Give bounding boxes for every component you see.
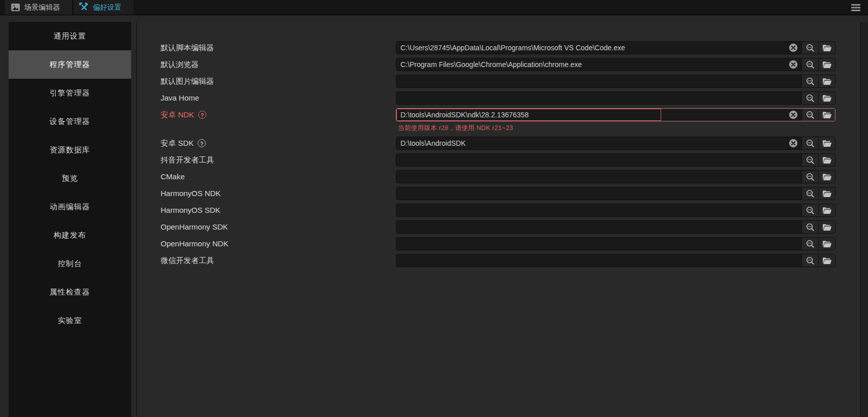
preferences-window: 通用设置程序管理器引擎管理器设备管理器资源数据库预览动画编辑器构建发布控制台属性… xyxy=(0,16,868,417)
path-input[interactable]: C:\Users\28745\AppData\Local\Programs\Mi… xyxy=(396,42,801,54)
locate-button[interactable] xyxy=(801,154,818,166)
path-input[interactable] xyxy=(396,254,801,267)
field-label: Java Home xyxy=(161,91,199,105)
locate-button[interactable] xyxy=(801,254,818,267)
locate-button[interactable] xyxy=(801,221,818,233)
sidebar-item[interactable]: 属性检查器 xyxy=(9,278,131,306)
browse-button[interactable] xyxy=(818,204,835,216)
path-field-group: D:\tools\AndroidSDK xyxy=(396,137,835,150)
scrollbar-track[interactable] xyxy=(860,22,868,417)
field-label-cell: 默认浏览器 xyxy=(161,58,396,71)
browse-button[interactable] xyxy=(818,221,835,233)
locate-button[interactable] xyxy=(801,137,818,149)
locate-button[interactable] xyxy=(801,171,818,183)
field-label-cell: HarmonyOS NDK xyxy=(161,187,396,200)
clear-button[interactable] xyxy=(789,60,798,69)
path-input[interactable] xyxy=(396,75,801,87)
field-label: CMake xyxy=(161,170,185,183)
path-field-group xyxy=(396,254,835,267)
path-input[interactable] xyxy=(396,154,801,166)
sidebar-item[interactable]: 预览 xyxy=(9,164,131,193)
path-input[interactable]: D:\tools\AndroidSDK\ndk\28.2.13676358 xyxy=(396,109,801,121)
help-icon[interactable]: ? xyxy=(198,111,206,119)
tab-label: 偏好设置 xyxy=(93,3,121,12)
tab-scene-editor[interactable]: 场景编辑器 xyxy=(4,0,73,15)
field-label: 默认浏览器 xyxy=(161,58,199,71)
path-input[interactable] xyxy=(396,204,801,216)
clear-button[interactable] xyxy=(789,43,798,52)
sidebar-item[interactable]: 资源数据库 xyxy=(9,136,131,164)
path-input[interactable] xyxy=(396,92,801,104)
browse-button[interactable] xyxy=(818,75,835,87)
field-label-cell: OpenHarmony NDK xyxy=(161,237,396,250)
locate-button[interactable] xyxy=(801,42,818,54)
locate-button[interactable] xyxy=(801,92,818,104)
browse-button[interactable] xyxy=(818,137,835,149)
locate-button[interactable] xyxy=(801,109,818,121)
field-label-cell: CMake xyxy=(161,170,396,183)
browse-button[interactable] xyxy=(818,109,835,121)
field-label: OpenHarmony NDK xyxy=(161,237,228,250)
sidebar-item[interactable]: 设备管理器 xyxy=(9,107,131,136)
path-field-group xyxy=(396,237,835,250)
path-field-group xyxy=(396,220,835,234)
field-label: HarmonyOS NDK xyxy=(161,187,221,200)
settings-row: CMake xyxy=(161,170,835,183)
path-input[interactable]: D:\tools\AndroidSDK xyxy=(396,137,801,149)
browse-button[interactable] xyxy=(818,92,835,104)
settings-row: 默认脚本编辑器C:\Users\28745\AppData\Local\Prog… xyxy=(161,41,835,54)
path-field-group xyxy=(396,153,835,167)
settings-row: HarmonyOS SDK xyxy=(161,204,835,217)
tab-preferences[interactable]: 偏好设置 xyxy=(73,0,134,15)
path-input[interactable] xyxy=(396,238,801,250)
browse-button[interactable] xyxy=(818,42,835,54)
browse-button[interactable] xyxy=(818,154,835,166)
field-label-cell: 微信开发者工具 xyxy=(161,254,396,267)
sidebar-item[interactable]: 通用设置 xyxy=(9,22,131,50)
path-field-group xyxy=(396,187,835,200)
locate-button[interactable] xyxy=(801,58,818,71)
path-input[interactable] xyxy=(396,221,801,233)
settings-row: 默认图片编辑器 xyxy=(161,75,835,88)
sidebar-item[interactable]: 动画编辑器 xyxy=(9,193,131,221)
path-input[interactable] xyxy=(396,171,801,183)
path-input[interactable] xyxy=(396,187,801,200)
sidebar-item[interactable]: 控制台 xyxy=(9,249,131,278)
settings-row: OpenHarmony NDK xyxy=(161,237,835,250)
settings-row: 默认浏览器C:\Program Files\Google\Chrome\Appl… xyxy=(161,58,835,71)
locate-button[interactable] xyxy=(801,204,818,216)
field-label-cell: 默认图片编辑器 xyxy=(161,75,396,88)
hamburger-menu-icon[interactable] xyxy=(851,4,861,12)
field-label: 默认图片编辑器 xyxy=(161,75,214,88)
browse-button[interactable] xyxy=(818,187,835,200)
locate-button[interactable] xyxy=(801,238,818,250)
settings-row: 微信开发者工具 xyxy=(161,254,835,267)
path-field-group xyxy=(396,91,835,105)
path-value: C:\Program Files\Google\Chrome\Applicati… xyxy=(400,60,785,69)
field-label: 微信开发者工具 xyxy=(161,254,214,267)
path-field-group: C:\Program Files\Google\Chrome\Applicati… xyxy=(396,58,835,71)
help-icon[interactable]: ? xyxy=(198,139,206,147)
browse-button[interactable] xyxy=(818,171,835,183)
locate-button[interactable] xyxy=(801,187,818,200)
sidebar-item[interactable]: 实验室 xyxy=(9,306,131,335)
path-input[interactable]: C:\Program Files\Google\Chrome\Applicati… xyxy=(396,58,801,71)
field-label: 安卓 SDK xyxy=(161,137,194,150)
sidebar-item[interactable]: 构建发布 xyxy=(9,221,131,249)
settings-row: HarmonyOS NDK xyxy=(161,187,835,200)
path-field-group: D:\tools\AndroidSDK\ndk\28.2.13676358 xyxy=(396,108,835,121)
browse-button[interactable] xyxy=(818,238,835,250)
path-field-group xyxy=(396,75,835,88)
browse-button[interactable] xyxy=(818,254,835,267)
field-label: 默认脚本编辑器 xyxy=(161,41,214,54)
locate-button[interactable] xyxy=(801,75,818,87)
sidebar-item[interactable]: 程序管理器 xyxy=(9,50,131,79)
browse-button[interactable] xyxy=(818,58,835,71)
clear-button[interactable] xyxy=(789,110,798,119)
field-label-cell: 安卓 NDK? xyxy=(161,108,396,121)
sidebar-item[interactable]: 引擎管理器 xyxy=(9,79,131,107)
settings-form: 默认脚本编辑器C:\Users\28745\AppData\Local\Prog… xyxy=(136,22,860,417)
clear-button[interactable] xyxy=(789,139,798,148)
field-label: 安卓 NDK xyxy=(161,108,194,121)
tab-bar: 场景编辑器偏好设置 xyxy=(0,0,868,15)
